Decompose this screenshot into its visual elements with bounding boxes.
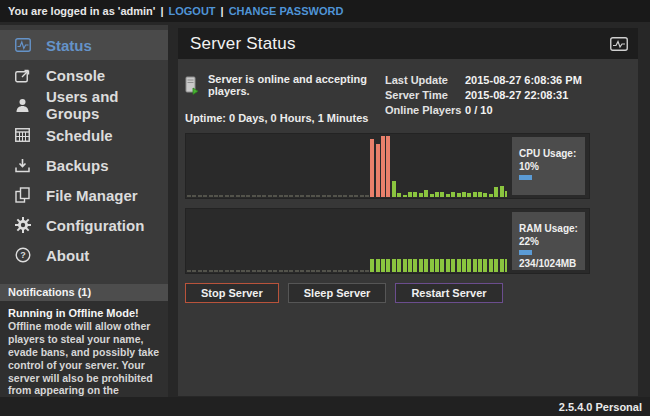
svg-text:?: ? (20, 250, 26, 260)
version-text: 2.5.4.0 Personal (559, 401, 642, 413)
info-row-last-update: Last Update 2015-08-27 6:08:36 PM (385, 74, 590, 86)
legend-swatch (519, 175, 532, 180)
info-section: Server is online and accepting players. … (185, 69, 590, 124)
legend-value: 10% (519, 160, 581, 173)
stop-server-button[interactable]: Stop Server (185, 283, 279, 303)
legend-detail: 234/1024MB (519, 257, 581, 270)
separator: | (160, 5, 163, 17)
sidebar-item-users-and-groups[interactable]: Users and Groups (0, 90, 168, 120)
users-icon (14, 97, 31, 114)
sleep-server-button[interactable]: Sleep Server (288, 283, 387, 303)
logout-link[interactable]: LOGOUT (169, 5, 216, 17)
notifications-header: Notifications (1) (0, 284, 168, 301)
schedule-icon (14, 127, 31, 144)
panel-header: Server Status (178, 28, 638, 59)
page-title: Server Status (190, 34, 296, 54)
restart-server-button[interactable]: Restart Server (395, 283, 502, 303)
file-manager-icon (14, 187, 31, 204)
gear-icon (14, 217, 31, 234)
sidebar: Status Console Users and Groups (0, 25, 168, 397)
server-status-panel: Server Status (178, 28, 638, 396)
info-row-online-players: Online Players 0 / 10 (385, 104, 590, 116)
backups-icon (14, 157, 31, 174)
topbar: You are logged in as 'admin' | LOGOUT | … (0, 0, 650, 22)
info-row-server-time: Server Time 2015-08-27 22:08:31 (385, 89, 590, 101)
sidebar-item-schedule[interactable]: Schedule (0, 120, 168, 150)
legend-label: CPU Usage: (519, 147, 581, 160)
sidebar-item-label: Status (46, 37, 92, 54)
ram-usage-chart: RAM Usage: 22% 234/1024MB (185, 208, 590, 274)
sidebar-item-file-manager[interactable]: File Manager (0, 180, 168, 210)
footer-bar: 2.5.4.0 Personal (0, 397, 650, 416)
sidebar-item-label: About (46, 247, 89, 264)
sidebar-item-backups[interactable]: Backups (0, 150, 168, 180)
info-left: Server is online and accepting players. … (185, 69, 385, 124)
logged-in-text: You are logged in as 'admin' (8, 5, 155, 17)
sidebar-item-label: Console (46, 67, 105, 84)
sidebar-item-label: File Manager (46, 187, 138, 204)
sidebar-item-label: Users and Groups (46, 88, 168, 122)
sidebar-item-about[interactable]: ? About (0, 240, 168, 270)
sidebar-item-console[interactable]: Console (0, 60, 168, 90)
cpu-usage-plot (187, 136, 507, 197)
ram-usage-plot (187, 211, 507, 272)
sidebar-item-label: Schedule (46, 127, 113, 144)
console-icon (14, 67, 31, 84)
status-icon (14, 37, 31, 54)
status-chart-icon[interactable] (610, 37, 628, 51)
uptime-text: Uptime: 0 Days, 0 Hours, 1 Minutes (185, 112, 385, 124)
info-value: 2015-08-27 22:08:31 (465, 89, 568, 101)
status-message: Server is online and accepting players. (208, 73, 385, 97)
sidebar-item-label: Configuration (46, 217, 144, 234)
sidebar-menu: Status Console Users and Groups (0, 25, 168, 270)
info-label: Online Players (385, 104, 465, 116)
legend-swatch (519, 250, 532, 255)
question-icon: ? (14, 247, 31, 264)
legend-label: RAM Usage: (519, 222, 581, 235)
panel-body: Server is online and accepting players. … (178, 59, 638, 303)
sidebar-item-label: Backups (46, 157, 109, 174)
info-label: Server Time (385, 89, 465, 101)
cpu-usage-legend: CPU Usage: 10% (512, 137, 585, 195)
info-value: 2015-08-27 6:08:36 PM (465, 74, 582, 86)
server-online-icon (185, 76, 199, 95)
info-value: 0 / 10 (465, 104, 493, 116)
sidebar-item-configuration[interactable]: Configuration (0, 210, 168, 240)
notification-title: Running in Offline Mode! (8, 307, 160, 320)
separator: | (221, 5, 224, 17)
status-line: Server is online and accepting players. (185, 73, 385, 97)
sidebar-item-status[interactable]: Status (0, 30, 168, 60)
server-buttons-row: Stop Server Sleep Server Restart Server (185, 283, 631, 303)
info-label: Last Update (385, 74, 465, 86)
ram-usage-legend: RAM Usage: 22% 234/1024MB (512, 212, 585, 270)
change-password-link[interactable]: CHANGE PASSWORD (229, 5, 344, 17)
info-right: Last Update 2015-08-27 6:08:36 PM Server… (385, 69, 590, 124)
legend-value: 22% (519, 235, 581, 248)
cpu-usage-chart: CPU Usage: 10% (185, 133, 590, 199)
